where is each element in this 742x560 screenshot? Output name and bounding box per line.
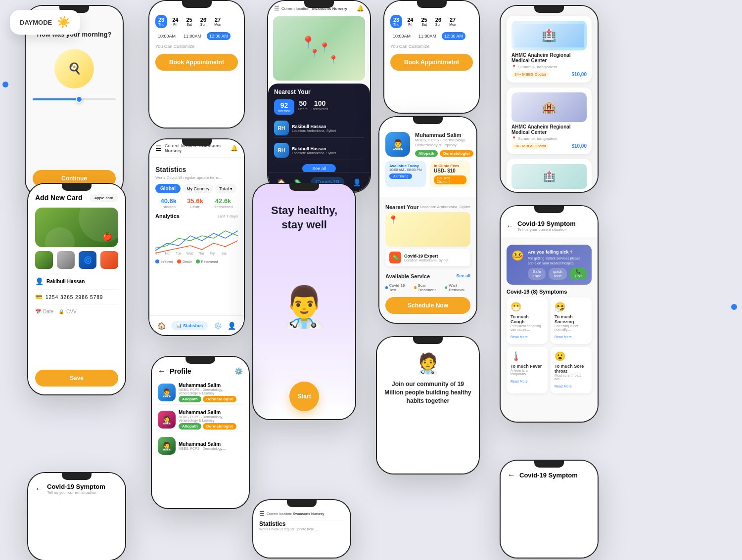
- menu-icon[interactable]: ☰: [155, 144, 162, 152]
- doctor-tags: Allopath Dermatologist: [415, 150, 473, 157]
- alert-desc: For getting instant services please and …: [528, 256, 587, 266]
- all-timing-btn[interactable]: All Timing: [389, 173, 412, 179]
- payment-method[interactable]: Apple card: [90, 194, 118, 202]
- thumb-3[interactable]: 🌀: [79, 251, 96, 269]
- cough-read-more[interactable]: Read More: [510, 335, 528, 339]
- cal-day-sat[interactable]: 25 Sat: [184, 15, 195, 28]
- home-nav-icon[interactable]: 🏠: [157, 322, 166, 330]
- cal-day-27[interactable]: 27 Mon: [446, 15, 459, 28]
- daymode-card: DAYMODE ☀️: [10, 10, 80, 35]
- notch: [417, 1, 447, 8]
- cal-day-thu[interactable]: 23 Thu: [155, 15, 167, 28]
- settings-icon[interactable]: ⚙️: [234, 367, 243, 375]
- hospital-price-2: $10,00: [571, 143, 587, 149]
- statistics-title: Statistics: [155, 166, 238, 173]
- cvv-field[interactable]: 🔒 CVV: [58, 309, 77, 314]
- quick-alert-btn[interactable]: quick alert: [549, 268, 566, 280]
- cal-day-26[interactable]: 26 Sun: [432, 15, 444, 28]
- safe-zone-btn[interactable]: Safe Zone: [528, 268, 546, 280]
- sneeze-read-more[interactable]: Read More: [555, 335, 572, 339]
- stats-nav-icon[interactable]: 📊 Statistics: [171, 321, 208, 330]
- global-tab[interactable]: Global: [155, 184, 181, 193]
- book-appointment-btn[interactable]: Book Appointmetnt: [155, 54, 238, 71]
- total-tab[interactable]: Total ▾: [215, 184, 236, 193]
- call-btn[interactable]: 📞 Call: [570, 268, 587, 280]
- phone-covid-symptom-br: ← Covid-19 Symptom: [500, 460, 599, 559]
- slot-10am[interactable]: 10:00AM: [390, 32, 413, 40]
- cal-day-25[interactable]: 25 Sat: [418, 15, 430, 28]
- profile-avatar-2: 👩‍⚕️: [158, 411, 176, 429]
- throat-desc: Most sore throats are....: [555, 374, 588, 381]
- symptom-content: 🤒 Are you felling sick ? For getting ins…: [501, 237, 598, 397]
- schedule-btn[interactable]: Schedule Now: [385, 297, 470, 314]
- expert-icon: 🦠: [389, 252, 401, 263]
- hospital-location-1: 📍 Sumampi, bangladesh: [511, 65, 587, 69]
- death-stat: 35.6k Death: [187, 197, 203, 209]
- back-btn[interactable]: ←: [35, 484, 43, 493]
- notch: [182, 1, 212, 8]
- cal-day-sun[interactable]: 26 Sun: [197, 15, 209, 28]
- map-pin-4: 📍: [328, 55, 338, 64]
- fever-read-more[interactable]: Read More: [510, 380, 528, 383]
- notch: [413, 337, 443, 344]
- alert-content: 🤒 Are you felling sick ? For getting ins…: [511, 250, 587, 280]
- cal-day-fri[interactable]: 24 Fri: [169, 15, 181, 28]
- save-button[interactable]: Save: [35, 370, 118, 387]
- profile-doc-1: 👨‍⚕️ Muhammad Salim MBBS, FCPS - Dermato…: [158, 381, 243, 405]
- doctors-info-1: 34+ MBBS Doctor: [511, 71, 549, 78]
- thumb-4[interactable]: [100, 251, 118, 269]
- profile-info-1: Muhammad Salim MBBS, FCPS - Dermatology,…: [179, 383, 243, 402]
- time-12am[interactable]: 12:30 AM: [207, 32, 231, 40]
- menu-icon[interactable]: ☰: [259, 510, 265, 517]
- start-button[interactable]: Start: [289, 382, 319, 411]
- date-field[interactable]: 📅 Date: [35, 309, 53, 314]
- bell-icon[interactable]: 🔔: [231, 145, 238, 152]
- analytics-chart: Sun Hon Tue Wed Thu Fry Sat: [155, 221, 238, 256]
- see-all[interactable]: See all: [456, 273, 470, 278]
- back-icon[interactable]: ←: [158, 367, 166, 376]
- svg-text:Wed: Wed: [186, 252, 193, 255]
- cal-day-24[interactable]: 24 Fri: [404, 15, 416, 28]
- day-num: 23: [158, 17, 164, 23]
- throat-card: 😮 To much Sore throat Most sore throats …: [551, 347, 592, 393]
- snowflake-nav-icon[interactable]: ❄️: [214, 322, 222, 330]
- bell-icon[interactable]: 🔔: [357, 5, 364, 12]
- notch: [62, 473, 92, 480]
- fees-box: In Clinic Fees USD- $10 Get 10% Discount: [430, 161, 470, 187]
- cal-day-mon[interactable]: 27 Mon: [211, 15, 224, 28]
- legend-death: Death: [177, 259, 192, 263]
- slider-track[interactable]: [33, 98, 116, 100]
- doctor-info-row: 👨‍⚕️ Muhammad Salim MBBS, FCPS - Dermato…: [385, 132, 470, 157]
- user-row: 👤 Rakibull Hassan: [35, 273, 118, 289]
- covid-bl-title: Covid-19 Symptom: [47, 483, 105, 490]
- slider-thumb[interactable]: [76, 96, 83, 103]
- doctor-header-section: 👨‍⚕️ Muhammad Salim MBBS, FCPS - Dermato…: [379, 117, 476, 197]
- hospital-card-2: 🏨 AHMC Anaheim Regional Medical Center 📍…: [507, 87, 592, 154]
- back-btn[interactable]: ←: [508, 471, 515, 479]
- hospital-name-1: AHMC Anaheim Regional Medical Center: [511, 52, 587, 63]
- thumb-2[interactable]: [57, 251, 75, 269]
- profile-creds-2: MBBS, FCPS - Dermatology, Venereology & …: [179, 415, 243, 422]
- slot-11am[interactable]: 11:00AM: [416, 32, 439, 40]
- book-btn-right[interactable]: Book Appointmetnt: [390, 54, 473, 71]
- slot-12am[interactable]: 12:30 AM: [442, 32, 465, 40]
- country-tab[interactable]: My Country: [183, 184, 213, 193]
- thumb-1[interactable]: [35, 251, 53, 269]
- svg-text:Sun: Sun: [155, 252, 161, 255]
- fees-title: In Clinic Fees: [434, 164, 466, 168]
- time-11am[interactable]: 11:00AM: [181, 32, 204, 40]
- phone-profile: ← Profile ⚙️ 👨‍⚕️ Muhammad Salim MBBS, F…: [151, 356, 250, 509]
- map-pin-1: 📍: [301, 36, 316, 49]
- menu-icon[interactable]: ☰: [274, 5, 279, 12]
- throat-icon: 😮: [555, 351, 588, 362]
- person-nav-icon[interactable]: 👤: [228, 322, 236, 330]
- services-title: Available Service: [385, 273, 430, 279]
- throat-read-more[interactable]: Read More: [555, 385, 572, 388]
- back-icon[interactable]: ←: [507, 222, 513, 230]
- bubble-1: [79, 208, 118, 242]
- cal-day-23[interactable]: 23 Thu: [390, 15, 402, 28]
- stay-healthy-title: Stay healthy,stay well: [271, 204, 337, 232]
- time-10am[interactable]: 10:00AM: [155, 32, 178, 40]
- card-number: 1254 3265 2986 5789: [46, 295, 103, 300]
- doctor-name: Muhammad Salim: [415, 132, 473, 138]
